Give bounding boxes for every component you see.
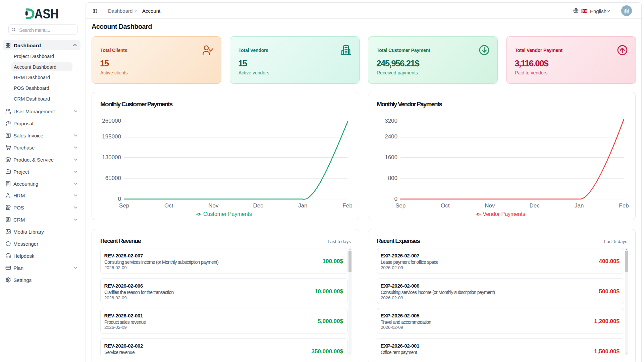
svg-text:ASH: ASH xyxy=(35,7,59,19)
